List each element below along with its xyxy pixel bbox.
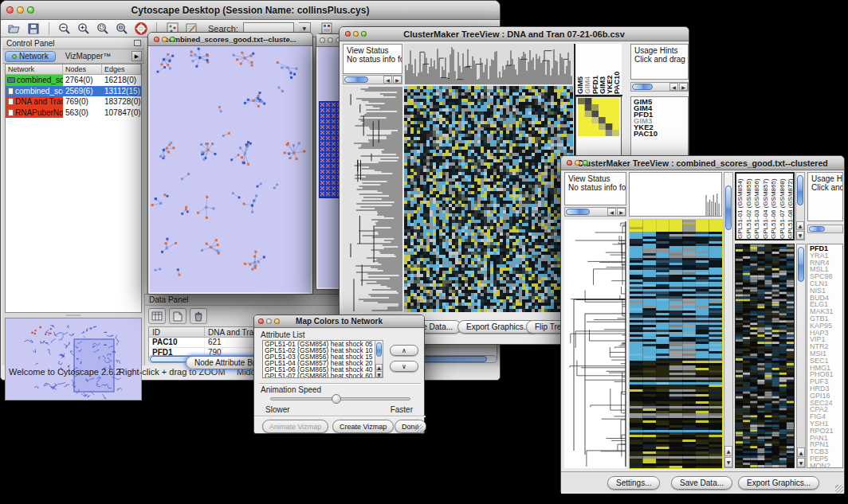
- zoom-fit-icon[interactable]: [115, 21, 129, 36]
- attribute-list-scrollbar[interactable]: ▲ ▼: [375, 340, 383, 378]
- zoom-window-icon[interactable]: [170, 37, 175, 42]
- network-overview-thumbnail[interactable]: [5, 318, 142, 400]
- close-icon[interactable]: [6, 6, 14, 14]
- minimize-icon[interactable]: [353, 31, 359, 37]
- scroll-down-icon[interactable]: ▼: [796, 231, 804, 240]
- scroll-left-icon[interactable]: ◀: [669, 83, 678, 91]
- minimize-icon[interactable]: [162, 37, 167, 42]
- zoom-vertical-scrollbar[interactable]: ▲ ▼: [796, 244, 806, 468]
- scroll-up-icon[interactable]: ▲: [796, 221, 804, 230]
- dialog-button[interactable]: Create Vizmap: [332, 420, 394, 433]
- minimize-icon[interactable]: [575, 160, 580, 166]
- treeview-dna-titlebar[interactable]: ClusterMaker TreeView : DNA and Tran 07-…: [340, 27, 689, 41]
- zoom-in-icon[interactable]: [77, 21, 91, 36]
- scrollbar-thumb[interactable]: [797, 175, 803, 205]
- row-dendrogram[interactable]: [564, 220, 627, 468]
- scroll-left-icon[interactable]: ◀: [607, 208, 616, 216]
- zoom-window-icon[interactable]: [583, 160, 588, 166]
- attribute-item[interactable]: GPL51-07 (GSM868) heat shock 60 min: [265, 373, 383, 378]
- float-panel-icon[interactable]: [134, 40, 141, 46]
- row-dendrogram[interactable]: [343, 86, 402, 312]
- tab-network[interactable]: Network: [5, 51, 56, 62]
- move-down-button[interactable]: ∨: [390, 361, 418, 372]
- scroll-right-icon[interactable]: ▶: [679, 83, 688, 91]
- treeview-button[interactable]: Export Graphics...: [738, 476, 819, 490]
- network-table-row[interactable]: RNAPuberNov2+l 563(0) 107847(0): [6, 107, 141, 119]
- select-attributes-icon[interactable]: [148, 308, 166, 324]
- network-view-titlebar[interactable]: combined_scores_good.txt--cluste...: [148, 33, 312, 46]
- zoom-selected-icon[interactable]: [96, 21, 110, 36]
- minimize-icon[interactable]: [17, 6, 24, 14]
- network-canvas[interactable]: [150, 46, 311, 292]
- resize-grip[interactable]: [415, 424, 423, 432]
- scrollbar-thumb[interactable]: [798, 247, 804, 282]
- column-dendrogram[interactable]: [404, 44, 573, 84]
- attribute-list[interactable]: GPL51-01 (GSM854) heat shock 05 minGPL51…: [262, 340, 383, 378]
- zoom-window-icon[interactable]: [274, 318, 280, 324]
- scroll-left-icon[interactable]: ◀: [383, 76, 392, 84]
- scroll-up-icon[interactable]: ▲: [375, 364, 383, 370]
- minimize-icon[interactable]: [266, 318, 272, 324]
- scroll-right-icon[interactable]: ▶: [617, 208, 626, 216]
- treeview-button[interactable]: Settings...: [607, 476, 660, 490]
- labels-scrollbar[interactable]: ▲ ▼: [795, 172, 805, 240]
- zoom-heatmap[interactable]: [578, 98, 619, 136]
- tab-vizmapper[interactable]: VizMapper™: [59, 51, 118, 62]
- scrollbar-thumb[interactable]: [566, 209, 590, 215]
- network-table-row[interactable]: combined_scores 2764(0) 16218(0): [6, 75, 141, 86]
- zoom-window-icon[interactable]: [361, 31, 367, 37]
- treeview-button[interactable]: Save Data...: [671, 476, 732, 490]
- treeview-combined-titlebar[interactable]: ClusterMaker TreeView : combined_scores_…: [561, 156, 844, 170]
- zoom-heatmap[interactable]: [736, 244, 794, 467]
- save-session-icon[interactable]: [26, 21, 41, 36]
- hints-scrollbar[interactable]: [807, 225, 843, 233]
- help-icon[interactable]: [134, 21, 148, 36]
- zoom-out-icon[interactable]: [57, 21, 72, 36]
- delete-attribute-icon[interactable]: [190, 308, 207, 324]
- scrollbar-thumb[interactable]: [376, 342, 382, 357]
- scroll-down-icon[interactable]: ▼: [797, 458, 805, 467]
- close-icon[interactable]: [567, 160, 572, 166]
- zoom-window-icon[interactable]: [27, 6, 34, 14]
- main-titlebar[interactable]: Cytoscape Desktop (Session Name: collins…: [1, 1, 500, 20]
- gene-list[interactable]: GIM5GIM4PFD1GIM3YKE2PAC10: [631, 97, 688, 137]
- network-name: combined_scores: [17, 76, 63, 84]
- global-vertical-scrollbar[interactable]: ▲ ▼: [724, 172, 733, 468]
- dialog-button[interactable]: Animate Vizmap: [262, 420, 328, 433]
- scrollbar-thumb[interactable]: [632, 84, 653, 90]
- gene-label[interactable]: MON2: [810, 463, 842, 468]
- panel-splitter[interactable]: [5, 314, 142, 317]
- network-table-row[interactable]: combined_sco 2569(6) 13112(15): [6, 86, 141, 97]
- gene-list[interactable]: PFD1YRA1RNR4MSL1SPC98CLN1NIS1BUD4ELG1MAK…: [807, 244, 842, 468]
- network-table-row[interactable]: DNA and Tran 07 769(0) 183728(0): [6, 96, 141, 107]
- scroll-down-icon[interactable]: ▼: [724, 457, 732, 467]
- scroll-up-icon[interactable]: ▲: [724, 446, 732, 456]
- map-colors-dialog: Map Colors to Network Attribute List GPL…: [253, 315, 425, 434]
- global-heatmap[interactable]: [630, 220, 722, 468]
- scrollbar-thumb[interactable]: [725, 186, 732, 230]
- close-icon[interactable]: [258, 318, 264, 324]
- new-attribute-icon[interactable]: [169, 308, 186, 324]
- scroll-down-icon[interactable]: ▼: [375, 371, 383, 377]
- scroll-up-icon[interactable]: ▲: [797, 447, 805, 457]
- scroll-right-icon[interactable]: ▶: [393, 76, 402, 84]
- move-up-button[interactable]: ∧: [390, 345, 418, 356]
- network-list-header[interactable]: Network Nodes Edges: [6, 64, 141, 75]
- open-session-icon[interactable]: [7, 21, 22, 36]
- speed-slider-thumb[interactable]: [332, 394, 341, 404]
- close-icon[interactable]: [154, 37, 159, 42]
- status-scrollbar[interactable]: ◀ ▶: [343, 75, 402, 84]
- scrollbar-thumb[interactable]: [809, 226, 825, 232]
- status-scrollbar[interactable]: ◀ ▶: [564, 207, 626, 217]
- resize-grip[interactable]: [835, 485, 843, 493]
- global-heatmap[interactable]: [404, 86, 573, 312]
- close-icon[interactable]: [320, 37, 325, 43]
- scrollbar-thumb[interactable]: [344, 76, 368, 83]
- minimize-icon[interactable]: [328, 37, 333, 43]
- tab-overflow-button[interactable]: ▶: [132, 51, 142, 61]
- close-icon[interactable]: [345, 31, 351, 37]
- hints-scrollbar[interactable]: ◀ ▶: [630, 82, 689, 92]
- gene-label[interactable]: PAC10: [634, 131, 688, 137]
- dialog-titlebar[interactable]: Map Colors to Network: [254, 315, 424, 328]
- column-dendrogram-panel[interactable]: [629, 172, 722, 217]
